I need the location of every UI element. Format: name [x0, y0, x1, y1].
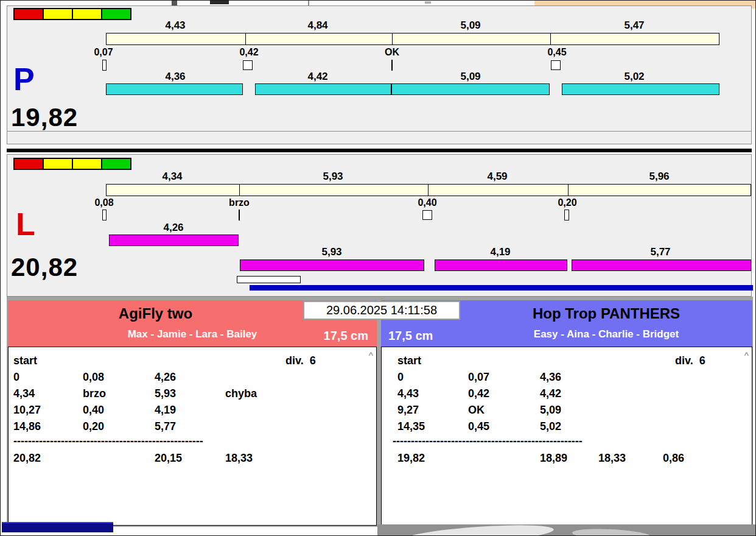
team-panel-right: Hop Trop PANTHERS Easy - Aina - Charlie … — [381, 300, 752, 526]
status-light — [13, 158, 44, 170]
exchange-time-label: 0,08 — [94, 197, 113, 208]
table-cell: 0,07 — [468, 371, 489, 384]
table-cell: 14,86 — [13, 420, 41, 433]
table-cell: 5,09 — [540, 404, 561, 417]
exchange-marker — [102, 210, 107, 220]
lane-L-panel: 4,34 5,93 4,59 5,96 0,08 brzo 0,40 0,20 … — [7, 154, 752, 297]
table-cell: 0,40 — [83, 404, 104, 417]
run-bar — [106, 83, 243, 95]
split-time-label: 5,47 — [624, 19, 644, 32]
table-cell: 10,27 — [13, 404, 41, 417]
exchange-checkbox[interactable] — [243, 60, 253, 70]
table-cell: 4,36 — [540, 371, 561, 384]
scroll-up-arrow[interactable]: ^ — [368, 350, 373, 359]
exchange-time-label: 0,45 — [547, 47, 566, 58]
result-table: ^ start div. 6 0 0,08 4,26 4,34 brzo 5,9… — [8, 347, 377, 526]
run-bar — [109, 234, 239, 246]
race-progress-bar — [250, 285, 753, 291]
timestamp: 29.06.2025 14:11:58 — [303, 301, 460, 320]
run-time-label: 5,09 — [460, 71, 480, 83]
exchange-checkbox[interactable] — [551, 60, 561, 70]
progress-indicator-box — [237, 276, 301, 283]
table-cell: 5,02 — [540, 420, 561, 433]
status-light — [43, 158, 73, 170]
scale-tick — [428, 185, 429, 196]
table-cell: chyba — [225, 387, 257, 400]
run-time-label: 5,02 — [624, 71, 644, 83]
split-time-label: 4,43 — [165, 19, 185, 32]
table-cell: 0,08 — [83, 371, 104, 384]
exchange-checkbox[interactable] — [422, 210, 432, 220]
total-cell: 20,82 — [13, 452, 41, 465]
lane-P-panel: 4,43 4,84 5,09 5,47 0,07 0,42 OK 0,45 4,… — [7, 5, 752, 144]
table-cell: 5,77 — [155, 420, 176, 433]
status-light — [101, 158, 131, 170]
team-name: AgiFly two — [8, 305, 303, 322]
split-time-label: 4,84 — [307, 19, 327, 32]
separator-line: ----------------------------------------… — [13, 435, 203, 448]
split-time-label: 4,34 — [162, 171, 182, 183]
team-members: Easy - Aina - Charlie - Bridget — [460, 328, 752, 340]
exchange-time-label: OK — [385, 47, 399, 58]
status-light — [72, 8, 102, 20]
division-label: div. 6 — [285, 354, 316, 367]
exchange-marker — [391, 60, 393, 71]
status-light — [72, 158, 102, 170]
status-light — [101, 8, 131, 20]
split-scale-bar — [106, 184, 751, 196]
run-time-label: 4,19 — [490, 246, 510, 258]
split-time-label: 4,59 — [487, 171, 507, 183]
timing-app-window: 4,43 4,84 5,09 5,47 0,07 0,42 OK 0,45 4,… — [0, 0, 756, 536]
team-members: Max - Jamie - Lara - Bailey — [8, 328, 377, 340]
split-scale-bar — [106, 33, 719, 45]
table-cell: 14,35 — [397, 420, 425, 433]
total-cell: 18,89 — [540, 452, 567, 465]
window-fragment — [210, 1, 229, 4]
scroll-up-arrow[interactable]: ^ — [744, 350, 749, 359]
lane-divider — [7, 149, 752, 152]
desktop-fragment — [377, 524, 756, 536]
table-cell: OK — [468, 404, 485, 417]
total-cell: 20,15 — [155, 452, 182, 465]
total-cell: 19,82 — [397, 452, 425, 465]
run-bar — [435, 259, 567, 271]
exchange-marker — [102, 60, 107, 71]
status-light — [43, 8, 73, 20]
table-cell: 9,27 — [397, 404, 419, 417]
scale-tick — [245, 34, 246, 44]
exchange-time-label: 0,40 — [418, 197, 436, 208]
table-cell: 4,19 — [155, 404, 176, 417]
table-cell: 0,42 — [468, 387, 489, 400]
table-cell: brzo — [83, 387, 106, 400]
start-label: start — [397, 354, 421, 367]
jump-height-label: 17,5 cm — [388, 329, 433, 343]
table-cell: 4,42 — [540, 387, 561, 400]
table-cell: 4,43 — [397, 387, 419, 400]
desktop-photo-shape — [572, 527, 652, 536]
lane-total-time: 19,82 — [11, 105, 78, 130]
table-cell: 0,20 — [83, 420, 104, 433]
team-name: Hop Trop PANTHERS — [460, 305, 752, 322]
team-panel-left: AgiFly two Max - Jamie - Lara - Bailey 1… — [8, 300, 377, 526]
split-time-label: 5,09 — [460, 19, 480, 32]
run-time-label: 4,26 — [163, 222, 183, 234]
desktop-photo-shape — [401, 524, 554, 536]
taskbar-fragment — [2, 522, 113, 532]
lane-status-lights — [13, 8, 131, 20]
lane-label: L — [16, 208, 35, 240]
jump-height-label: 17,5 cm — [324, 329, 368, 343]
scale-tick — [568, 185, 569, 196]
run-time-label: 4,42 — [307, 71, 327, 83]
table-cell: 4,34 — [13, 387, 35, 400]
run-time-label: 5,77 — [650, 246, 670, 258]
run-bar — [572, 259, 751, 271]
total-cell: 18,33 — [225, 452, 253, 465]
lane-footer-strip — [7, 131, 751, 144]
status-light — [13, 8, 44, 20]
table-cell: 0 — [13, 371, 19, 384]
window-fragment — [172, 1, 177, 5]
lane-label: P — [13, 63, 35, 95]
scale-tick — [392, 34, 393, 44]
table-cell: 4,26 — [155, 371, 176, 384]
result-table: ^ start div. 6 0 0,07 4,36 4,43 0,42 4,4… — [381, 347, 752, 526]
